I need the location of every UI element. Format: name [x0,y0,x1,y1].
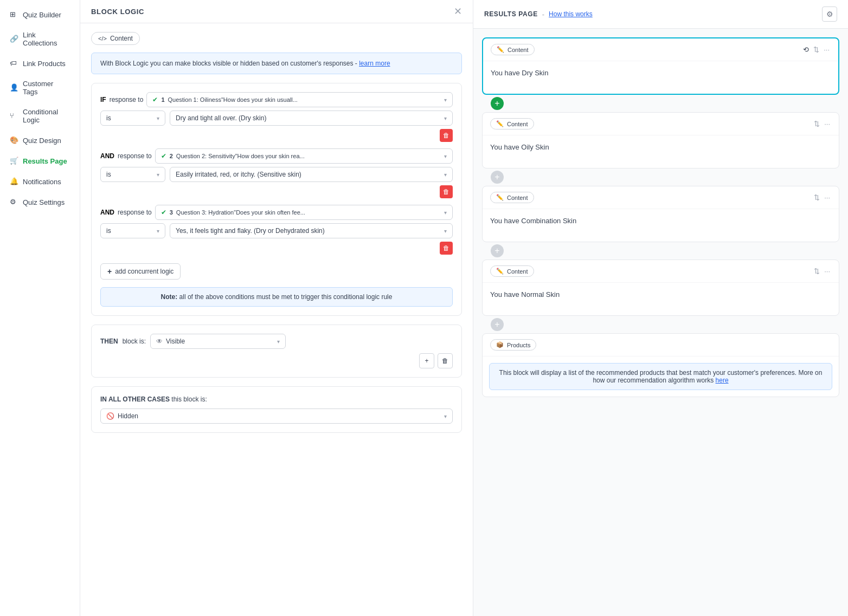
sidebar-item-link-products[interactable]: 🏷 Link Products [2,54,78,73]
pencil-icon-2: ✏️ [496,120,504,127]
block-logic-trigger-button-1[interactable]: ⟲ [802,44,810,55]
chevron-icon: ▾ [157,115,159,121]
and-keyword-2: AND [100,209,114,216]
delete-row-2: 🗑 [100,185,453,198]
check-icon-2: ✔ [161,152,166,160]
delete-condition-2-button[interactable]: 🗑 [440,185,453,198]
products-block: 📦 Products This block will display a lis… [482,333,839,397]
sidebar-item-quiz-builder[interactable]: ⊞ Quiz Builder [2,5,78,24]
palette-icon: 🎨 [10,136,18,145]
more-options-button-2[interactable]: ··· [823,119,831,129]
results-panel: RESULTS PAGE - How this works ⚙ ✏️ Conte… [473,0,848,616]
plus-connector-4: + [482,316,839,333]
eye-slash-icon: 🚫 [106,412,114,420]
conditions-block: IF response to ✔ 1 Question 1: Oiliness"… [91,83,462,316]
hidden-select[interactable]: 🚫 Hidden ▾ [100,408,453,424]
sidebar-item-results-page[interactable]: 🛒 Results Page [2,151,78,171]
card-actions-1: ⟲ ⇅ ··· [802,44,831,55]
condition-row-1: IF response to ✔ 1 Question 1: Oiliness"… [100,92,453,142]
value-select-3[interactable]: Yes, it feels tight and flaky. (Dry or D… [170,223,453,238]
products-icon: 📦 [496,341,504,348]
add-rule-button[interactable]: + [419,353,434,368]
then-keyword: THEN [100,338,118,345]
add-block-button-3[interactable]: + [491,244,504,257]
response-to-label-1: response to [110,96,144,103]
panel-title: BLOCK LOGIC [91,8,144,16]
main-content: BLOCK LOGIC ✕ </> Content With Block Log… [80,0,848,616]
operator-select-3[interactable]: is ▾ [100,223,165,238]
operator-select-1[interactable]: is ▾ [100,111,165,126]
bell-icon: 🔔 [10,177,18,186]
content-badge-1: ✏️ Content [491,44,535,55]
add-block-button-2[interactable]: + [491,171,504,184]
settings-icon: ⚙ [10,198,18,206]
delete-row-3: 🗑 [100,242,453,255]
close-button[interactable]: ✕ [454,7,462,16]
sidebar-item-notifications[interactable]: 🔔 Notifications [2,172,78,191]
chevron-icon: ▾ [444,228,447,234]
add-concurrent-logic-button[interactable]: + add concurrent logic [100,263,181,280]
condition-row-3: AND response to ✔ 3 Question 3: Hydratio… [100,205,453,255]
more-options-button-1[interactable]: ··· [823,44,831,55]
link-icon: 🔗 [10,35,18,43]
response-to-label-2: response to [118,152,152,160]
sidebar-item-conditional-logic[interactable]: ⑂ Conditional Logic [2,102,78,129]
products-here-link[interactable]: here [716,377,729,384]
list-icon: 🛒 [10,157,18,165]
visibility-select[interactable]: 👁 Visible ▾ [150,334,286,349]
question-select-2[interactable]: ✔ 2 Question 2: Sensitivity"How does you… [155,148,453,164]
other-cases-block: IN ALL OTHER CASES this block is: 🚫 Hidd… [91,386,462,433]
add-block-button-1[interactable]: + [491,97,504,110]
card-actions-3: ⇅ ··· [813,192,831,203]
panel-body: </> Content With Block Logic you can mak… [80,23,473,442]
response-to-label-3: response to [118,209,152,216]
results-page-title: RESULTS PAGE [484,10,538,18]
card-body-3: You have Combination Skin [483,209,839,242]
sidebar-item-link-collections[interactable]: 🔗 Link Collections [2,25,78,53]
value-select-2[interactable]: Easily irritated, red, or itchy. (Sensit… [170,167,453,182]
check-icon-1: ✔ [152,96,158,103]
more-options-button-3[interactable]: ··· [823,192,831,203]
sidebar: ⊞ Quiz Builder 🔗 Link Collections 🏷 Link… [0,0,80,616]
learn-more-link[interactable]: learn more [359,60,390,67]
condition-value-row-1: is ▾ Dry and tight all over. (Dry skin) … [100,111,453,126]
how-this-works-link[interactable]: How this works [549,10,593,18]
then-section: THEN block is: 👁 Visible ▾ + 🗑 [91,325,462,378]
results-settings-button[interactable]: ⚙ [822,7,837,22]
content-badge-3: ✏️ Content [490,192,534,203]
card-actions-2: ⇅ ··· [813,119,831,129]
delete-condition-1-button[interactable]: 🗑 [440,129,453,142]
delete-rule-button[interactable]: 🗑 [438,353,453,368]
block-logic-panel: BLOCK LOGIC ✕ </> Content With Block Log… [80,0,473,616]
sidebar-item-customer-tags[interactable]: 👤 Customer Tags [2,74,78,101]
chevron-down-icon-3: ▾ [444,210,447,216]
products-card-header: 📦 Products [483,334,839,356]
sidebar-item-quiz-design[interactable]: 🎨 Quiz Design [2,131,78,150]
move-button-2[interactable]: ⇅ [813,119,821,129]
move-button-3[interactable]: ⇅ [813,192,821,203]
results-header: RESULTS PAGE - How this works ⚙ [473,0,848,29]
if-keyword: IF [100,96,106,103]
branch-icon: ⑂ [10,112,18,120]
add-block-button-4[interactable]: + [491,318,504,331]
chevron-down-icon: ▾ [444,413,447,419]
chevron-icon: ▾ [157,228,159,234]
check-icon-3: ✔ [161,209,166,216]
move-button-4[interactable]: ⇅ [813,266,821,276]
card-body-2: You have Oily Skin [483,135,839,168]
then-row: THEN block is: 👁 Visible ▾ [100,334,453,349]
products-info-box: This block will display a list of the re… [489,363,832,390]
operator-select-2[interactable]: is ▾ [100,167,165,182]
content-type-badge: </> Content [91,32,140,45]
card-header-1: ✏️ Content ⟲ ⇅ ··· [483,38,838,61]
question-select-1[interactable]: ✔ 1 Question 1: Oiliness"How does your s… [146,92,453,107]
tag-icon: 🏷 [10,59,18,68]
question-select-3[interactable]: ✔ 3 Question 3: Hydration"Does your skin… [155,205,453,220]
move-button-1[interactable]: ⇅ [812,44,820,55]
sidebar-item-quiz-settings[interactable]: ⚙ Quiz Settings [2,192,78,212]
more-options-button-4[interactable]: ··· [823,266,831,276]
delete-condition-3-button[interactable]: 🗑 [440,242,453,255]
chevron-down-icon: ▾ [444,97,447,103]
value-select-1[interactable]: Dry and tight all over. (Dry skin) ▾ [170,111,453,126]
content-block-2: ✏️ Content ⇅ ··· You have Oily Skin [482,112,839,168]
